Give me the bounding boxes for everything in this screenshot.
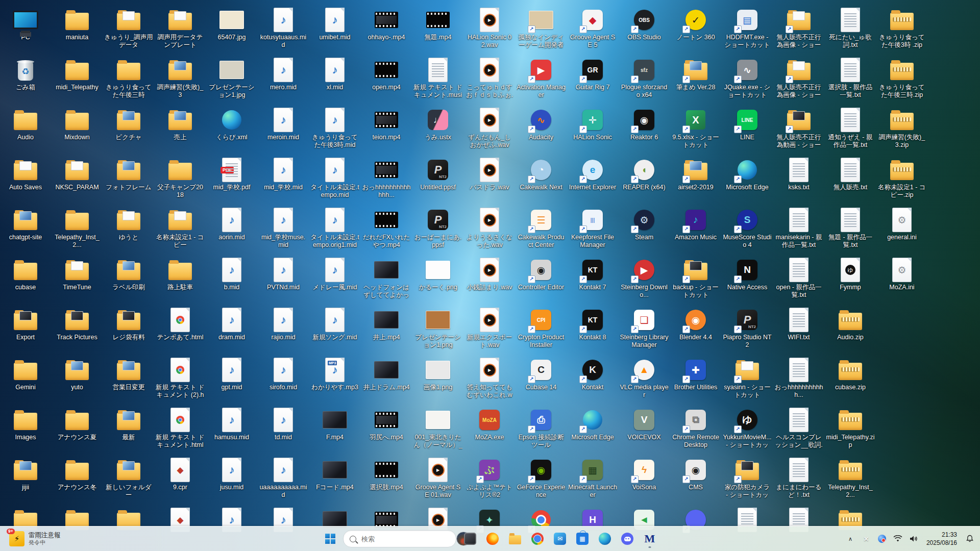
desktop-icon[interactable]: アナウンス夏 [53, 407, 102, 441]
desktop-icon[interactable]: e↗Internet Explorer [568, 157, 617, 191]
desktop-icon[interactable]: maniuta [53, 7, 102, 41]
desktop-icon[interactable]: MP3♪わかりやす.mp3 [310, 357, 359, 391]
wifi-icon[interactable] [893, 532, 903, 546]
desktop-icon[interactable]: ♪タイトル未設定.tempo.orig1.mid [310, 207, 359, 249]
desktop-icon[interactable]: Auto Saves [1, 157, 50, 191]
taskbar-app-taskbar-app-dark[interactable] [460, 529, 480, 549]
desktop-icon[interactable]: chatgpt-site [1, 207, 50, 241]
desktop-icon[interactable]: Fコード.mp4 [310, 457, 359, 491]
desktop-icon[interactable]: 65407.jpg [207, 7, 256, 41]
desktop-icon[interactable]: 通知うぜえ - 親作品一覧.txt [826, 107, 875, 149]
desktop-icon[interactable]: ♪dram.mid [207, 307, 256, 341]
desktop-icon[interactable]: ♪meroin.mid [259, 107, 308, 141]
taskbar-app-firefox[interactable] [483, 529, 502, 549]
desktop-icon[interactable]: ♪PVTNd.mid [259, 257, 308, 291]
desktop-icon[interactable]: ✓↗ノートン 360 [671, 7, 720, 41]
desktop-icon[interactable]: 羽尻へ.mp4 [362, 407, 411, 441]
desktop-icon[interactable]: ❏↗Steinberg Library Manager [620, 307, 669, 349]
desktop-icon[interactable]: ラベル印刷 [104, 257, 153, 291]
desktop-icon[interactable]: ♪新規ソング.mid [310, 307, 359, 341]
desktop-icon[interactable]: ♪gpt.mid [207, 357, 256, 391]
desktop-icon[interactable]: 001_東北きりたん（ノーマル）_今じゃ... [413, 407, 462, 449]
desktop-icon[interactable]: ▶新規エクスポート.wav [465, 307, 514, 349]
desktop-icon[interactable]: teion.mp4 [362, 107, 411, 141]
taskbar-app-discord[interactable] [618, 529, 637, 549]
desktop-icon[interactable]: おっhhhhhhhhhhhhh... [362, 157, 411, 199]
desktop-icon[interactable]: ♪mid_学校muse.mid [259, 207, 308, 249]
desktop-icon[interactable]: ヘッドフォンはずしててよかっt.mp4 [362, 257, 411, 299]
taskbar-app-edge[interactable] [595, 529, 615, 549]
desktop-icon[interactable]: 名称未設定1 - コピー [156, 207, 205, 249]
taskbar-app-microsoft-store[interactable]: ▦ [573, 529, 592, 549]
desktop-icon[interactable]: くらび.xml [207, 107, 256, 141]
desktop-icon[interactable]: Telepathy_Inst_2... [826, 457, 875, 499]
desktop-icon[interactable]: ↗backup - ショートカット [671, 257, 720, 299]
desktop-icon[interactable]: ◉↗Blender 4.4 [671, 307, 720, 341]
desktop-icon[interactable]: midi_Telepathy [53, 57, 102, 91]
desktop-icon[interactable]: テンポあて.html [156, 307, 205, 341]
desktop-icon[interactable]: ♪hamusu.mid [207, 407, 256, 441]
desktop-icon[interactable]: CPI↗Crypton Product Installer [517, 307, 566, 349]
notification-bell-icon[interactable] [965, 532, 975, 546]
desktop-icon[interactable]: PDFmid_学校.pdf [207, 157, 256, 191]
desktop-icon[interactable]: 画像1.png [413, 357, 462, 391]
desktop-icon[interactable]: jijii [1, 457, 50, 491]
desktop-icon[interactable]: Gemini [1, 357, 50, 391]
desktop-icon[interactable]: ▶ずんだもん_しおかぜふ.wav [465, 107, 514, 149]
desktop-icon[interactable]: ♪aorin.mid [207, 207, 256, 241]
desktop-icon[interactable]: MoZAMoZA.exe [465, 407, 514, 441]
desktop-icon[interactable]: ♪mero.mid [259, 57, 308, 91]
desktop-icon[interactable]: ✛↗HALion Sonic [568, 107, 617, 141]
desktop-icon[interactable]: X↗9.5.xlsx - ショートカット [671, 107, 720, 149]
desktop-icon[interactable]: Track Pictures [53, 307, 102, 341]
desktop-icon[interactable]: ◉↗CMS [671, 457, 720, 491]
desktop-icon[interactable]: 選択肢.mp4 [362, 457, 411, 491]
desktop-icon[interactable]: ◉↗GeForce Experience [517, 457, 566, 499]
desktop-icon[interactable]: Audio.zip [826, 307, 875, 341]
desktop-icon[interactable]: ▶↗Activation Manager [517, 57, 566, 99]
desktop-icon[interactable]: ▶よりうるさくなった.wav [465, 207, 514, 249]
desktop-icon[interactable]: 無題 - 親作品一覧.txt [826, 207, 875, 249]
desktop-icon[interactable]: ↗家の防犯カメラ - ショートカット [723, 457, 772, 499]
desktop-icon[interactable]: ♪td.mid [259, 407, 308, 441]
desktop-icon[interactable]: open.mp4 [362, 57, 411, 91]
desktop-icon[interactable]: ⧉↗Chrome Remote Desktop [671, 407, 720, 449]
desktop-icon[interactable]: ▤↗HDDFMT.exe - ショートカット [723, 7, 772, 49]
desktop-icon[interactable]: OBS↗OBS Studio [620, 7, 669, 41]
search-box[interactable] [343, 530, 456, 547]
desktop-icon[interactable]: ♪メドレー風.mid [310, 257, 359, 291]
desktop-icon[interactable]: 調声練習(失敗)_3.zip [877, 107, 926, 149]
desktop-icon[interactable]: ☰↗Cakewalk Product Center [517, 207, 566, 249]
desktop-icon[interactable]: F.mp4 [310, 407, 359, 441]
desktop-icon[interactable]: 父子キャンプ2018 [156, 157, 205, 199]
desktop-icon[interactable]: 無人販売.txt [826, 157, 875, 191]
desktop-icon[interactable]: ▶HALion Sonic 02.wav [465, 7, 514, 49]
desktop-icon[interactable]: レジ袋有料 [104, 307, 153, 341]
desktop-icon[interactable]: Telepathy_Inst_2... [53, 207, 102, 249]
desktop-icon[interactable]: ϟ↗VoiSona [620, 457, 669, 491]
desktop-icon[interactable]: manisekarin - 親作品一覧.txt [774, 207, 823, 249]
desktop-icon[interactable]: かるーく.png [413, 257, 462, 291]
desktop-icon[interactable]: ⚙MoZA.ini [877, 257, 926, 291]
weather-widget[interactable]: ⚡ 9+ 雷雨注意報 発令中 [5, 527, 65, 551]
desktop-icon[interactable]: ♪kotusytuaaus.mid [259, 7, 308, 49]
desktop-icon[interactable]: Audio [1, 107, 50, 141]
desktop-icon[interactable]: PNT2Untitled.ppsf [413, 157, 462, 191]
desktop-icon[interactable]: ♪きゅうり食ってた午後3時.mid [310, 107, 359, 149]
desktop-icon[interactable]: midi_Telepathy.zip [826, 407, 875, 449]
desktop-icon[interactable]: ♪rajio.mid [259, 307, 308, 341]
desktop-icon[interactable]: ↗無人販売不正行為動画 - ショートカット [774, 107, 823, 149]
desktop-icon[interactable]: PNT2おーばーまにあ.ppsf [413, 207, 462, 249]
desktop-icon[interactable]: N↗Native Access [723, 257, 772, 291]
desktop-icon[interactable]: TimeTune [53, 257, 102, 291]
desktop-icon[interactable]: ▦↗Minecraft Launcher [568, 457, 617, 499]
desktop-icon[interactable]: プレゼンテーション1.jpg [207, 57, 256, 99]
desktop-icon[interactable]: KT↗Kontakt 8 [568, 307, 617, 341]
desktop-icon[interactable]: ◆9.cpr [156, 457, 205, 491]
desktop-icon[interactable]: 井上ドラム.mp4 [362, 357, 411, 391]
desktop-icon[interactable]: 調声練習(失敗)_3 [156, 57, 205, 99]
desktop-icon[interactable]: アナウンス冬 [53, 457, 102, 491]
desktop-icon[interactable]: NKSC_PARAM [53, 157, 102, 191]
desktop-icon[interactable]: yuto [53, 357, 102, 391]
desktop-icon[interactable]: きゅうり食ってた午後三時 [104, 57, 153, 99]
